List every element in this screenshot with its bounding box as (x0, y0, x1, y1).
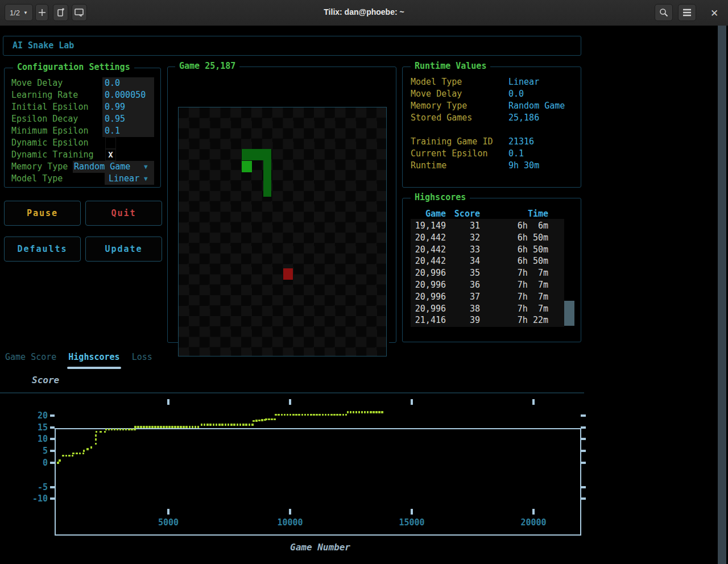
data-point (275, 414, 277, 416)
data-point (197, 426, 200, 428)
update-button[interactable]: Update (85, 237, 162, 262)
table-row[interactable]: 20,996387h 7m (411, 303, 564, 315)
data-point (355, 411, 358, 413)
table-row[interactable]: 19,149316h 6m (411, 220, 564, 232)
runtime-label: Training Game ID (411, 136, 493, 148)
data-point (378, 411, 380, 413)
table-cell: 34 (452, 255, 480, 267)
y-tick-mark (50, 486, 55, 488)
y-tick-label: 5 (25, 446, 48, 455)
runtime-label: Memory Type (411, 100, 467, 112)
data-point (304, 414, 307, 416)
data-point (322, 414, 324, 416)
x-tick-mark (167, 509, 169, 515)
table-cell: 33 (452, 244, 480, 256)
y-tick-mark (581, 426, 586, 429)
table-row[interactable]: 20,996357h 7m (411, 267, 564, 279)
close-icon: ✕ (710, 7, 718, 19)
table-row[interactable]: 20,442346h 50m (411, 255, 564, 267)
x-tick-label: 20000 (511, 517, 556, 528)
pause-button[interactable]: Pause (4, 201, 81, 226)
y-tick-label: 0 (25, 458, 48, 467)
game-panel: Game 25,187 Highscore: 39, Score: 4 (167, 67, 396, 343)
highscores-column-header: Time (497, 208, 548, 220)
x-tick-mark (289, 399, 291, 405)
data-point (209, 424, 212, 426)
search-button[interactable] (655, 4, 673, 21)
x-tick-label: 10000 (267, 517, 313, 528)
data-point (163, 426, 165, 428)
data-point (134, 426, 136, 428)
data-point (375, 411, 378, 413)
table-row[interactable]: 20,996367h 7m (411, 279, 564, 291)
highscores-column-header: Game (411, 208, 446, 220)
terminal-scrollbar[interactable] (718, 26, 726, 564)
table-cell: 35 (452, 267, 480, 279)
close-window-button[interactable]: ✕ (706, 6, 722, 20)
x-tick-mark (167, 399, 169, 405)
data-point (180, 426, 182, 428)
runtime-value: 25,186 (508, 112, 539, 124)
data-point (105, 429, 107, 431)
data-point (268, 418, 270, 421)
menu-button[interactable] (678, 4, 696, 21)
data-point (213, 424, 215, 426)
data-point (100, 431, 102, 433)
config-panel-title: Configuration Settings (13, 62, 134, 72)
data-point (128, 429, 130, 431)
y-tick-mark (581, 486, 586, 488)
table-cell: 32 (452, 232, 480, 244)
data-point (239, 424, 242, 426)
chart-x-axis-title: Game Number (263, 542, 377, 553)
chevron-down-icon: ▼ (144, 161, 148, 173)
data-point (237, 424, 239, 426)
data-point (316, 414, 318, 416)
runtime-label: Runtime (411, 160, 446, 172)
table-row[interactable]: 21,416397h 22m (411, 314, 564, 326)
chevron-down-icon: ▼ (144, 173, 148, 185)
y-tick-mark (50, 497, 55, 500)
defaults-button[interactable]: Defaults (4, 237, 81, 262)
runtime-panel: Runtime Values Model TypeLinearMove Dela… (402, 67, 581, 188)
tab-game-score[interactable]: Game Score (5, 348, 56, 366)
table-row[interactable]: 20,442336h 50m (411, 244, 564, 256)
data-point (111, 429, 113, 431)
config-field-label: Model Type (11, 173, 63, 185)
data-point (79, 453, 81, 455)
tab-bar: Game ScoreHighscoresLoss (5, 348, 152, 366)
table-cell: 38 (452, 303, 480, 315)
data-point (284, 414, 286, 416)
runtime-label: Stored Games (411, 112, 472, 124)
config-select-value: Random Game (74, 161, 130, 173)
data-point (157, 426, 159, 428)
config-panel: Configuration Settings Move Delay0.0Lear… (4, 68, 161, 188)
data-point (57, 462, 59, 464)
config-input-value: 0.000050 (105, 89, 146, 101)
table-row[interactable]: 20,442326h 50m (411, 232, 564, 244)
data-point (301, 414, 304, 416)
highscores-scrollbar-thumb[interactable] (564, 301, 574, 326)
data-point (117, 429, 119, 431)
x-tick-mark (532, 509, 535, 515)
table-cell: 7h 7m (497, 267, 548, 279)
config-checkbox[interactable] (105, 137, 116, 149)
data-point (62, 455, 64, 457)
data-point (143, 426, 145, 428)
data-point (192, 426, 194, 428)
data-point (333, 414, 336, 416)
config-checkbox[interactable]: X (105, 149, 116, 161)
table-row[interactable]: 20,996377h 7m (411, 291, 564, 303)
data-point (249, 424, 251, 426)
data-point (271, 418, 273, 421)
data-point (216, 424, 218, 426)
table-cell: 7h 7m (497, 303, 548, 315)
runtime-value: Linear (508, 76, 539, 88)
data-point (353, 411, 355, 413)
config-field-label: Dynamic Epsilon (11, 137, 88, 149)
quit-button[interactable]: Quit (85, 201, 162, 226)
tab-highscores[interactable]: Highscores (68, 348, 119, 366)
x-tick-mark (411, 509, 413, 515)
tab-loss[interactable]: Loss (132, 348, 152, 366)
data-point (261, 419, 263, 421)
data-point (292, 414, 295, 416)
